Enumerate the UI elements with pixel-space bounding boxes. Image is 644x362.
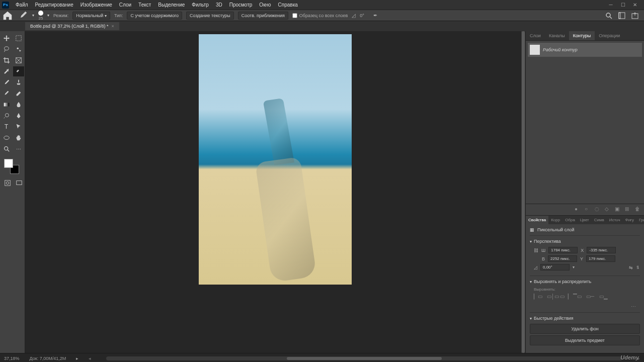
screen-mode-icon[interactable] (15, 178, 24, 188)
angle-input[interactable] (540, 264, 570, 270)
menu-3d[interactable]: 3D (212, 2, 226, 8)
eraser-tool[interactable] (13, 88, 24, 99)
new-path-icon[interactable]: ⊞ (625, 206, 632, 213)
tab-libraries[interactable]: Обра (562, 216, 578, 224)
quick-mask-icon[interactable] (3, 178, 13, 188)
content-aware-button[interactable]: С учетом содержимого (127, 12, 182, 20)
tab-layers[interactable]: Слои (526, 31, 545, 40)
align-bottom-icon[interactable]: ▭▁ (599, 294, 607, 302)
workspace-icon[interactable] (618, 12, 626, 20)
align-top-icon[interactable]: ▔▭ (573, 294, 581, 302)
healing-brush-tool[interactable] (13, 66, 24, 76)
mode-select[interactable]: Нормальный ▾ (72, 12, 110, 20)
menu-image[interactable]: Изображение (77, 2, 116, 8)
x-input[interactable] (587, 247, 616, 253)
fill-path-icon[interactable]: ● (575, 206, 582, 213)
tab-channels[interactable]: Каналы (545, 31, 569, 40)
tab-adjustments[interactable]: Корр (548, 216, 562, 224)
vertical-scrollbar[interactable] (521, 31, 525, 353)
dodge-tool[interactable] (1, 111, 12, 121)
type-tool[interactable]: T (1, 122, 12, 132)
crop-tool[interactable] (1, 55, 12, 65)
menu-edit[interactable]: Редактирование (32, 2, 77, 8)
tab-actions[interactable]: Операции (595, 31, 624, 40)
close-icon[interactable]: × (112, 24, 114, 29)
align-hcenter-icon[interactable]: ▭│▭ (547, 294, 555, 302)
stroke-path-icon[interactable]: ○ (585, 206, 592, 213)
zoom-tool[interactable] (1, 144, 12, 154)
doc-info[interactable]: Док: 7,00M/41,2M (30, 356, 66, 361)
flip-vertical-icon[interactable]: ⥮ (636, 265, 640, 270)
mask-icon[interactable]: ▣ (615, 206, 622, 213)
horizontal-scrollbar[interactable] (106, 356, 622, 360)
blur-tool[interactable] (13, 100, 24, 110)
pen-tool[interactable] (13, 111, 24, 121)
minimize-button[interactable]: ─ (608, 2, 614, 8)
selection-from-path-icon[interactable]: ◌ (595, 206, 602, 213)
tab-source[interactable]: Источ (607, 216, 623, 224)
menu-view[interactable]: Просмотр (226, 2, 256, 8)
edit-toolbar-icon[interactable]: ⋯ (13, 144, 24, 154)
menu-select[interactable]: Выделение (154, 2, 188, 8)
transform-section-toggle[interactable]: ▾ Перспектива (530, 239, 640, 244)
angle-chevron[interactable]: ▾ (573, 265, 575, 269)
angle-icon[interactable]: ◿ (352, 13, 356, 18)
home-icon[interactable] (2, 11, 13, 20)
tab-glyphs[interactable]: Симв (592, 216, 607, 224)
tab-shapes[interactable]: Фигу (623, 216, 636, 224)
menu-help[interactable]: Справка (275, 2, 301, 8)
menu-layers[interactable]: Слои (116, 2, 135, 8)
angle-value[interactable]: 0° (360, 13, 364, 18)
search-icon[interactable] (605, 12, 613, 20)
flip-horizontal-icon[interactable]: ⇋ (629, 265, 633, 270)
brush-tool[interactable] (1, 77, 12, 87)
width-input[interactable] (548, 247, 578, 253)
menu-window[interactable]: Окно (256, 2, 274, 8)
quick-select-tool[interactable] (13, 44, 24, 54)
tool-indicator-icon[interactable] (17, 11, 28, 20)
brush-preview[interactable]: 25 (38, 11, 43, 21)
height-input[interactable] (548, 255, 577, 262)
tab-gradients[interactable]: Гради (636, 216, 644, 224)
delete-path-icon[interactable]: 🗑 (635, 206, 642, 213)
tab-properties[interactable]: Свойства (526, 216, 548, 224)
create-texture-button[interactable]: Создание текстуры (186, 12, 234, 20)
marquee-tool[interactable] (13, 33, 24, 43)
align-vcenter-icon[interactable]: ▭─ (586, 294, 594, 302)
scroll-left-icon[interactable]: ◂ (89, 356, 91, 361)
clone-stamp-tool[interactable] (13, 77, 24, 87)
proximity-match-button[interactable]: Соотв. приближения (238, 12, 288, 20)
foreground-color[interactable] (4, 159, 13, 168)
zoom-level[interactable]: 37,18% (4, 356, 20, 361)
remove-background-button[interactable]: Удалить фон (530, 324, 640, 334)
align-more-icon[interactable]: ⋯ (530, 304, 640, 309)
link-icon[interactable]: ⛓ (534, 248, 538, 253)
menu-file[interactable]: Файл (12, 2, 32, 8)
color-swatches[interactable] (4, 159, 19, 174)
frame-tool[interactable] (13, 55, 24, 65)
quick-actions-toggle[interactable]: ▾ Быстрые действия (530, 316, 640, 321)
history-brush-tool[interactable] (1, 88, 12, 99)
menu-text[interactable]: Текст (135, 2, 154, 8)
document-tab[interactable]: Bottle.psd @ 37,2% (Слой 1, RGB/8) * × (25, 22, 119, 30)
align-section-toggle[interactable]: ▾ Выровнять и распределить (530, 279, 640, 284)
doc-info-chevron[interactable]: ▸ (76, 356, 78, 361)
tab-color[interactable]: Цвет (578, 216, 592, 224)
canvas-area[interactable] (25, 31, 525, 353)
pressure-icon[interactable]: ✒ (373, 13, 377, 18)
y-input[interactable] (586, 255, 615, 262)
sample-all-layers-check[interactable]: Образец со всех слоев (292, 13, 348, 18)
align-right-icon[interactable]: ▭▕ (560, 294, 568, 302)
move-tool[interactable] (1, 33, 12, 43)
path-item[interactable]: Рабочий контур (528, 43, 642, 57)
select-subject-button[interactable]: Выделить предмет (530, 335, 640, 345)
menu-filter[interactable]: Фильтр (188, 2, 212, 8)
path-from-selection-icon[interactable]: ◇ (605, 206, 612, 213)
document-canvas[interactable] (199, 34, 352, 285)
maximize-button[interactable]: ☐ (620, 2, 626, 8)
shape-tool[interactable] (1, 133, 12, 143)
tab-paths[interactable]: Контуры (569, 31, 595, 40)
tool-preset-chevron[interactable]: ▾ (32, 13, 34, 18)
gradient-tool[interactable] (1, 100, 12, 110)
brush-chevron[interactable]: ▾ (47, 13, 49, 18)
